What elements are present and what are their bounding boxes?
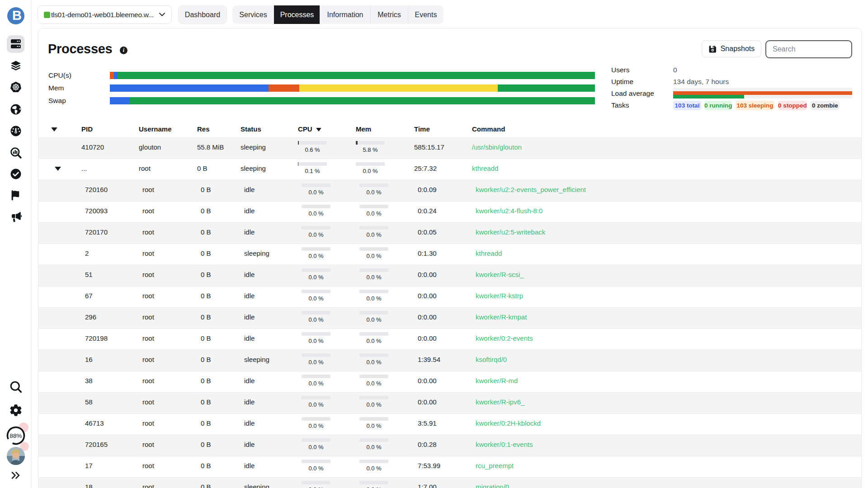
svg-text:88%: 88%	[9, 432, 22, 439]
